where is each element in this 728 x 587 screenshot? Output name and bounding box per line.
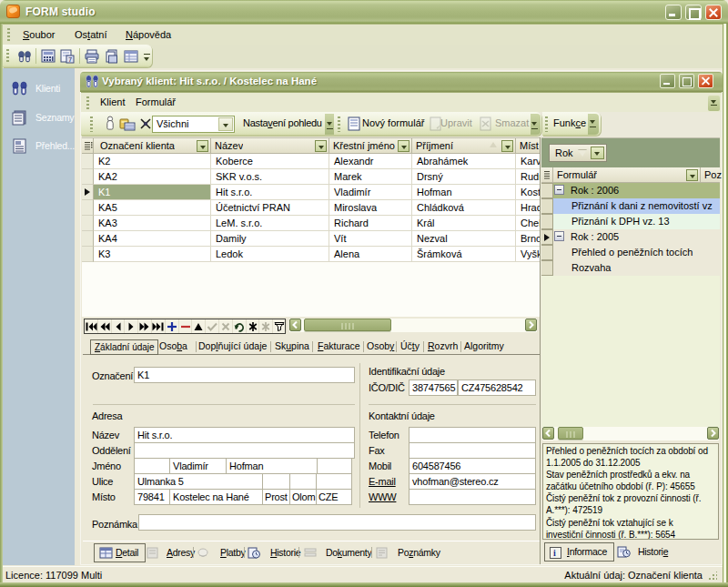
svg-text:7: 7 xyxy=(68,56,72,64)
